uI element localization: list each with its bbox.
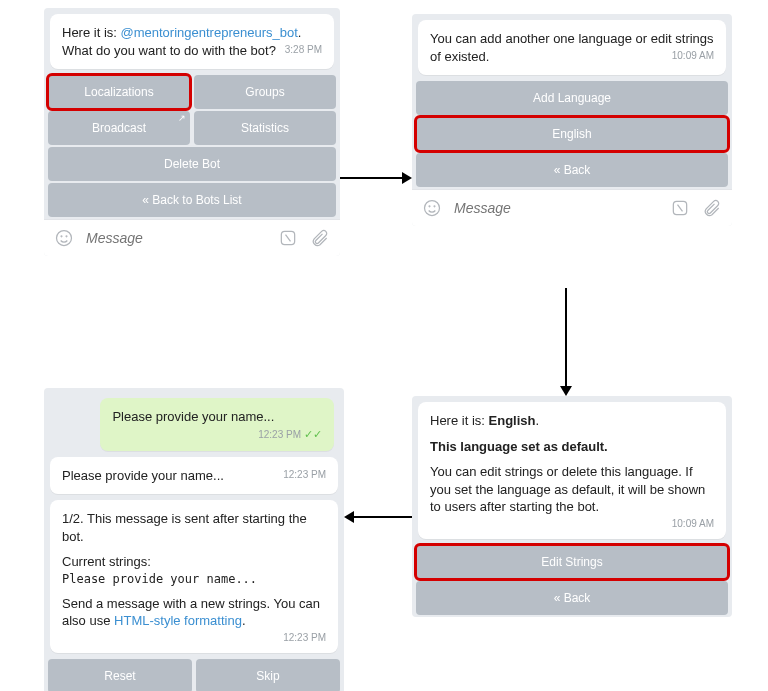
statistics-button[interactable]: Statistics	[194, 111, 336, 145]
outgoing-message: Please provide your name... 12:23 PM✓✓	[100, 398, 334, 451]
svg-point-2	[66, 236, 67, 237]
message-input[interactable]	[454, 200, 658, 216]
back-button[interactable]: « Back	[416, 153, 728, 187]
english-button[interactable]: English	[416, 117, 728, 151]
panel-languages: You can add another one language or edit…	[412, 14, 732, 226]
svg-marker-16	[560, 386, 572, 396]
arrow-1-to-2	[340, 168, 412, 188]
language-name: English	[489, 413, 536, 428]
back-bots-list-button[interactable]: « Back to Bots List	[48, 183, 336, 217]
line-1: 1/2. This message is sent after starting…	[62, 510, 326, 545]
edit-strings-button[interactable]: Edit Strings	[416, 545, 728, 579]
reset-button[interactable]: Reset	[48, 659, 192, 691]
message-bubble: Here it is: English. This language set a…	[418, 402, 726, 539]
panel-edit-strings: Please provide your name... 12:23 PM✓✓ P…	[44, 388, 344, 691]
input-bar	[412, 189, 732, 226]
skip-button[interactable]: Skip	[196, 659, 340, 691]
read-checks-icon: ✓✓	[304, 428, 322, 440]
command-icon[interactable]	[670, 198, 690, 218]
attach-icon[interactable]	[702, 198, 722, 218]
line-2: Current strings:	[62, 553, 326, 571]
timestamp: 12:23 PM	[283, 632, 326, 643]
external-icon: ↗	[178, 113, 186, 123]
msg-text: Here it is:	[62, 25, 121, 40]
emoji-icon[interactable]	[54, 228, 74, 248]
message-bubble: You can add another one language or edit…	[418, 20, 726, 75]
panel-bot-menu: Here it is: @mentoringentrepreneurs_bot.…	[44, 8, 340, 256]
message-input[interactable]	[86, 230, 266, 246]
instruction-bubble: 1/2. This message is sent after starting…	[50, 500, 338, 653]
timestamp: 3:28 PM	[285, 44, 322, 55]
msg-text: Here it is:	[430, 413, 489, 428]
emoji-icon[interactable]	[422, 198, 442, 218]
current-string: Please provide your name...	[62, 571, 326, 587]
svg-point-6	[434, 206, 435, 207]
svg-point-5	[429, 206, 430, 207]
default-note: This language set as default.	[430, 438, 714, 456]
broadcast-button[interactable]: Broadcast↗	[48, 111, 190, 145]
bot-handle-link[interactable]: @mentoringentrepreneurs_bot	[121, 25, 298, 40]
groups-button[interactable]: Groups	[194, 75, 336, 109]
svg-point-1	[61, 236, 62, 237]
html-formatting-link[interactable]: HTML-style formatting	[114, 613, 242, 628]
attach-icon[interactable]	[310, 228, 330, 248]
instructions: You can edit strings or delete this lang…	[430, 463, 714, 516]
timestamp: 12:23 PM	[283, 469, 326, 480]
msg-text: Please provide your name...	[112, 409, 274, 424]
msg-text: Please provide your name...	[62, 468, 224, 483]
echo-bubble: Please provide your name... 12:23 PM	[50, 457, 338, 495]
command-icon[interactable]	[278, 228, 298, 248]
timestamp: 10:09 AM	[672, 50, 714, 61]
svg-point-0	[57, 231, 72, 246]
panel-language-detail: Here it is: English. This language set a…	[412, 396, 732, 617]
arrow-2-to-3	[556, 288, 576, 396]
delete-bot-button[interactable]: Delete Bot	[48, 147, 336, 181]
input-bar	[44, 219, 340, 256]
svg-point-4	[425, 201, 440, 216]
svg-marker-14	[402, 172, 412, 184]
timestamp: 10:09 AM	[672, 518, 714, 529]
back-button[interactable]: « Back	[416, 581, 728, 615]
message-bubble: Here it is: @mentoringentrepreneurs_bot.…	[50, 14, 334, 69]
timestamp: 12:23 PM✓✓	[258, 428, 322, 441]
arrow-3-to-4	[344, 507, 412, 527]
add-language-button[interactable]: Add Language	[416, 81, 728, 115]
localizations-button[interactable]: Localizations	[48, 75, 190, 109]
svg-marker-18	[344, 511, 354, 523]
